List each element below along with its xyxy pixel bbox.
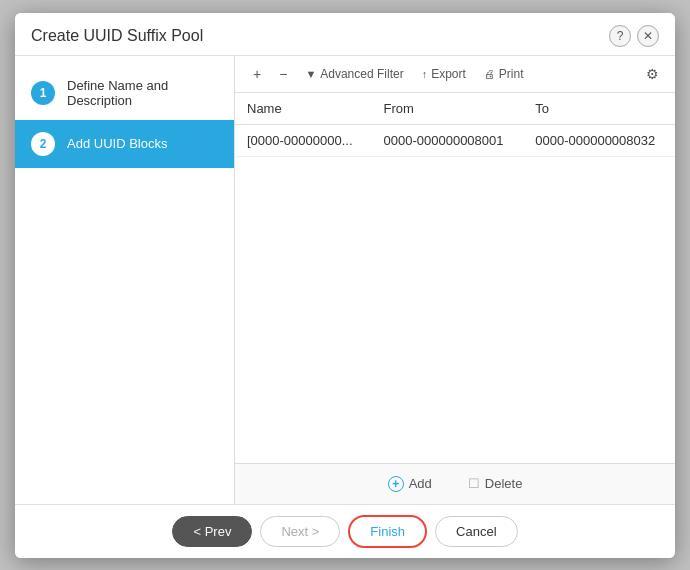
col-to: To — [523, 93, 675, 125]
print-icon: 🖨 — [484, 68, 495, 80]
sidebar-item-define-label: Define Name and Description — [67, 78, 218, 108]
help-button[interactable]: ? — [609, 25, 631, 47]
export-icon: ↑ — [422, 68, 428, 80]
remove-row-button[interactable]: − — [271, 62, 295, 86]
create-uuid-dialog: Create UUID Suffix Pool ? ✕ 1 Define Nam… — [15, 13, 675, 558]
dialog-footer: < Prev Next > Finish Cancel — [15, 504, 675, 558]
main-content: + − ▼ Advanced Filter ↑ Export 🖨 Print — [235, 56, 675, 504]
print-label: Print — [499, 67, 524, 81]
dialog-titlebar: Create UUID Suffix Pool ? ✕ — [15, 13, 675, 56]
sidebar-item-add-uuid-label: Add UUID Blocks — [67, 136, 167, 151]
toolbar: + − ▼ Advanced Filter ↑ Export 🖨 Print — [235, 56, 675, 93]
filter-label: Advanced Filter — [320, 67, 403, 81]
filter-icon: ▼ — [305, 68, 316, 80]
export-button[interactable]: ↑ Export — [414, 63, 474, 85]
finish-button[interactable]: Finish — [348, 515, 427, 548]
delete-label: Delete — [485, 476, 523, 491]
plus-icon: + — [253, 66, 261, 82]
filter-button[interactable]: ▼ Advanced Filter — [297, 63, 411, 85]
sidebar-item-add-uuid[interactable]: 2 Add UUID Blocks — [15, 120, 234, 168]
uuid-blocks-table: Name From To [0000-00000000... 0000-0000… — [235, 93, 675, 157]
gear-icon: ⚙ — [646, 66, 659, 82]
dialog-body: 1 Define Name and Description 2 Add UUID… — [15, 56, 675, 504]
table-header-row: Name From To — [235, 93, 675, 125]
print-button[interactable]: 🖨 Print — [476, 63, 532, 85]
export-label: Export — [431, 67, 466, 81]
add-button[interactable]: + Add — [378, 472, 442, 496]
sidebar: 1 Define Name and Description 2 Add UUID… — [15, 56, 235, 504]
delete-icon: ☐ — [468, 476, 480, 491]
cancel-button[interactable]: Cancel — [435, 516, 517, 547]
step-2-circle: 2 — [31, 132, 55, 156]
cell-from: 0000-000000008001 — [372, 124, 524, 156]
prev-button[interactable]: < Prev — [172, 516, 252, 547]
settings-button[interactable]: ⚙ — [640, 62, 665, 86]
add-label: Add — [409, 476, 432, 491]
table-row[interactable]: [0000-00000000... 0000-000000008001 0000… — [235, 124, 675, 156]
col-from: From — [372, 93, 524, 125]
circle-plus-icon: + — [388, 476, 404, 492]
add-row-button[interactable]: + — [245, 62, 269, 86]
sidebar-item-define[interactable]: 1 Define Name and Description — [15, 66, 234, 120]
dialog-title: Create UUID Suffix Pool — [31, 27, 203, 45]
delete-button[interactable]: ☐ Delete — [458, 472, 533, 495]
table-wrapper: Name From To [0000-00000000... 0000-0000… — [235, 93, 675, 463]
title-actions: ? ✕ — [609, 25, 659, 47]
next-button[interactable]: Next > — [260, 516, 340, 547]
cell-to: 0000-000000008032 — [523, 124, 675, 156]
minus-icon: − — [279, 66, 287, 82]
col-name: Name — [235, 93, 372, 125]
cell-name: [0000-00000000... — [235, 124, 372, 156]
close-button[interactable]: ✕ — [637, 25, 659, 47]
add-delete-bar: + Add ☐ Delete — [235, 463, 675, 504]
step-1-circle: 1 — [31, 81, 55, 105]
